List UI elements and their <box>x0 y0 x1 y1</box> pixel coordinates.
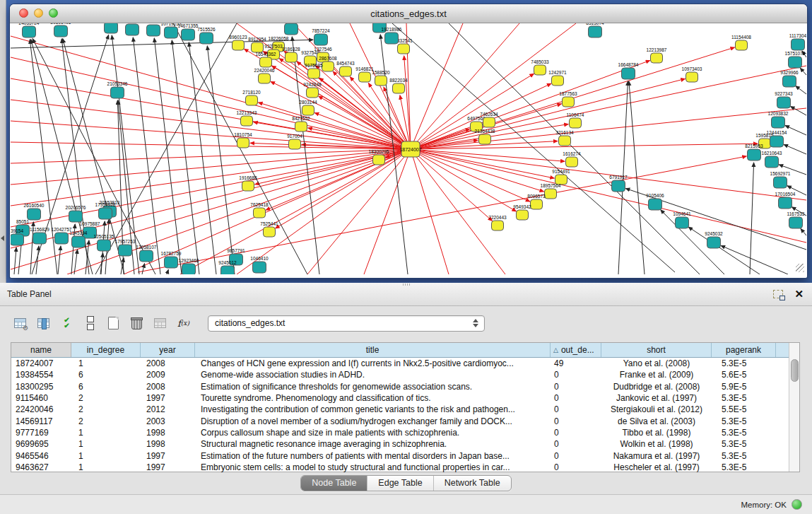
table-cell[interactable]: 18300295 <box>11 382 71 392</box>
table-cell[interactable]: 1998 <box>141 439 195 449</box>
network-node[interactable] <box>126 24 139 35</box>
network-node[interactable] <box>765 156 779 168</box>
network-node[interactable] <box>99 208 112 219</box>
network-node[interactable] <box>105 23 118 33</box>
table-cell[interactable]: Hescheler et al. (1997) <box>601 462 712 472</box>
network-node[interactable] <box>72 236 86 247</box>
table-cell[interactable]: 5.3E-5 <box>712 393 776 403</box>
network-node[interactable] <box>479 134 491 144</box>
tab-network-table[interactable]: Network Table <box>434 476 511 491</box>
table-cell[interactable]: 0 <box>551 462 601 472</box>
column-header-pagerank[interactable]: pagerank <box>712 343 776 357</box>
table-row[interactable]: 1872400712008Changes of HCN gene express… <box>11 358 799 369</box>
network-node[interactable] <box>651 53 663 63</box>
table-cell[interactable]: 1 <box>71 451 141 461</box>
table-cell[interactable]: 5.6E-5 <box>712 370 776 380</box>
table-cell[interactable]: 5.3E-5 <box>712 451 776 461</box>
table-cell[interactable]: 2012 <box>141 404 195 414</box>
table-cell[interactable]: Jankovic et al. (1997) <box>601 393 712 403</box>
column-header-name[interactable]: name <box>11 343 71 357</box>
table-cell[interactable]: 0 <box>551 370 601 380</box>
table-cell[interactable]: Yano et al. (2008) <box>601 358 712 368</box>
network-node[interactable] <box>165 257 178 268</box>
table-cell[interactable]: Genome-wide association studies in ADHD. <box>195 370 551 380</box>
network-canvas[interactable]: 1872400789601238912954182260589327503165… <box>11 23 806 274</box>
network-node[interactable] <box>552 76 564 86</box>
table-cell[interactable]: 9463627 <box>11 462 71 472</box>
delete-table-icon[interactable] <box>128 315 146 332</box>
network-node[interactable] <box>253 262 266 273</box>
table-cell[interactable]: 0 <box>551 428 601 438</box>
table-cell[interactable]: 9699695 <box>11 439 71 449</box>
function-builder-icon[interactable]: f(x) <box>175 315 192 332</box>
network-node[interactable] <box>589 26 602 37</box>
table-cell[interactable]: 1998 <box>141 428 195 438</box>
network-node[interactable] <box>264 227 276 237</box>
network-node[interactable] <box>254 208 266 218</box>
table-cell[interactable]: 6 <box>71 382 141 392</box>
table-cell[interactable]: Estimation of significance thresholds fo… <box>195 382 551 392</box>
show-columns-icon[interactable] <box>35 315 52 332</box>
table-cell[interactable]: Dudbridge et al. (2008) <box>601 382 712 392</box>
network-node[interactable] <box>289 139 301 149</box>
table-row[interactable]: 911546021997Tourette syndrome. Phenomeno… <box>11 392 799 404</box>
network-node[interactable] <box>566 157 578 167</box>
network-node[interactable] <box>308 69 320 78</box>
network-node[interactable] <box>246 95 258 105</box>
table-cell[interactable]: 5.5E-5 <box>712 404 776 414</box>
table-cell[interactable]: 0 <box>551 416 601 426</box>
table-cell[interactable]: Tibbo et al. (1998) <box>601 428 712 438</box>
network-node[interactable] <box>111 87 124 98</box>
table-cell[interactable]: 9777169 <box>11 428 71 438</box>
table-cell[interactable]: 22420046 <box>11 404 71 414</box>
table-cell[interactable]: 1997 <box>141 451 195 461</box>
network-node[interactable] <box>237 138 249 148</box>
table-cell[interactable]: de Silva et al. (2003) <box>601 416 712 426</box>
network-node[interactable] <box>242 181 254 191</box>
column-header-short[interactable]: short <box>601 343 712 357</box>
network-node[interactable] <box>777 97 791 108</box>
network-node[interactable] <box>398 44 410 54</box>
table-cell[interactable]: 1 <box>71 462 141 472</box>
column-header-title[interactable]: title <box>195 343 551 357</box>
table-cell[interactable]: 19384554 <box>11 370 71 380</box>
table-cell[interactable]: Wolkin et al. (1998) <box>601 439 712 449</box>
network-node[interactable] <box>373 155 385 165</box>
network-node[interactable] <box>322 62 334 71</box>
table-row[interactable]: 1830029562008Estimation of significance … <box>11 381 799 392</box>
network-node[interactable] <box>359 72 371 82</box>
table-cell[interactable]: 5.3E-5 <box>712 416 776 426</box>
network-view[interactable]: 1872400789601238912954182260589327503165… <box>11 23 806 274</box>
network-node[interactable] <box>33 233 47 244</box>
network-node[interactable] <box>375 76 387 86</box>
table-cell[interactable]: Changes of HCN gene expression and I(f) … <box>195 358 551 368</box>
tab-edge-table[interactable]: Edge Table <box>367 476 433 491</box>
network-node[interactable] <box>676 217 689 228</box>
network-node[interactable] <box>260 57 272 67</box>
network-node[interactable] <box>200 33 213 44</box>
table-cell[interactable]: 2 <box>71 416 141 426</box>
table-cell[interactable]: Corpus callosum shape and size in male p… <box>195 428 551 438</box>
network-node[interactable] <box>483 117 495 127</box>
table-cell[interactable]: 1 <box>71 358 141 368</box>
network-node[interactable] <box>748 149 761 160</box>
network-node[interactable] <box>147 25 160 36</box>
network-node[interactable] <box>340 66 352 76</box>
network-node[interactable] <box>259 74 271 83</box>
network-node[interactable] <box>559 136 571 146</box>
table-row[interactable]: 1456911722003Disruption of a novel membe… <box>11 415 799 426</box>
vertical-scrollbar[interactable] <box>789 343 799 472</box>
network-node[interactable] <box>517 210 529 220</box>
expand-panel-arrow-icon[interactable] <box>1 235 4 241</box>
network-node[interactable] <box>789 57 802 68</box>
network-node[interactable] <box>531 199 543 209</box>
network-node[interactable] <box>28 209 41 220</box>
table-cell[interactable]: Franke et al. (2009) <box>601 370 712 380</box>
network-node[interactable] <box>649 199 662 210</box>
table-cell[interactable]: 2008 <box>141 358 195 368</box>
network-node[interactable] <box>393 83 405 93</box>
table-settings-icon[interactable]: ⚙ <box>11 315 29 332</box>
table-cell[interactable]: 14569117 <box>11 416 71 426</box>
table-cell[interactable]: 2 <box>71 404 141 414</box>
table-cell[interactable]: 0 <box>551 382 601 392</box>
